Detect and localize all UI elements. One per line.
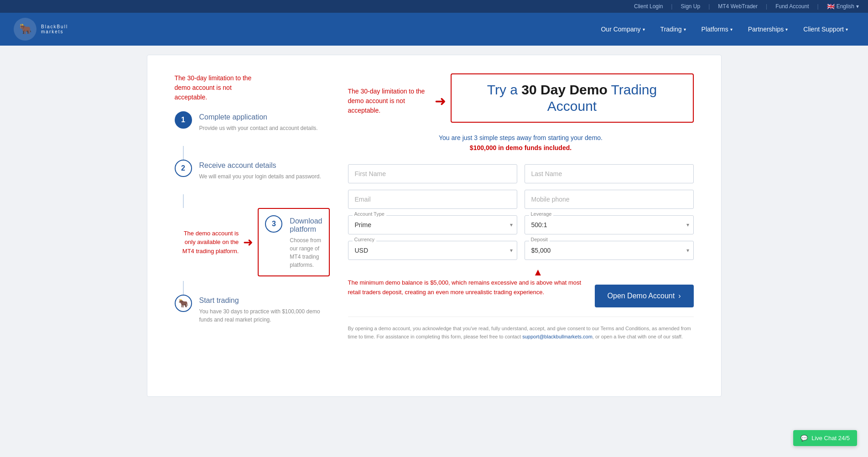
first-name-field xyxy=(348,164,517,183)
currency-field: Currency USD EUR GBP ▾ xyxy=(348,241,517,260)
step-line-3 xyxy=(183,281,184,295)
step-3-content: Download platform Choose from our range … xyxy=(290,215,322,269)
annotation-top: The 30-day limitation to the demo accoun… xyxy=(175,73,266,102)
demo-form: Account Type Prime Standard ECN ▾ Levera… xyxy=(348,164,694,341)
step-4-desc: You have 30 days to practice with $100,0… xyxy=(199,307,330,324)
step-1: 1 Complete application Provide us with y… xyxy=(175,111,330,132)
left-column: The 30-day limitation to the demo accoun… xyxy=(175,73,330,378)
account-type-wrapper: Account Type Prime Standard ECN ▾ xyxy=(348,215,517,234)
disclaimer: By opening a demo account, you acknowled… xyxy=(348,317,694,341)
chevron-down-icon: ▾ xyxy=(643,27,645,32)
mt4-annotation-text: The demo account is only available on th… xyxy=(175,229,239,256)
email-input[interactable] xyxy=(348,190,517,209)
form-title-bold: 30 Day Demo xyxy=(521,82,607,97)
leverage-wrapper: Leverage 500:1 200:1 100:1 ▾ xyxy=(525,215,694,234)
step-2-title: Receive account details xyxy=(199,161,321,170)
account-row: Account Type Prime Standard ECN ▾ Levera… xyxy=(348,215,694,234)
right-column: The 30-day limitation to the demo accoun… xyxy=(348,73,694,378)
step-2-number: 2 xyxy=(175,160,192,177)
form-top-annotation: The 30-day limitation to the demo accoun… xyxy=(348,87,430,115)
step-3-desc: Choose from our range of MT4 trading pla… xyxy=(290,236,322,269)
deposit-field: Deposit $5,000 $10,000 $50,000 $100,000 … xyxy=(525,241,694,260)
deposit-select[interactable]: $5,000 $10,000 $50,000 $100,000 xyxy=(525,241,694,260)
right-arrow-icon: ➜ xyxy=(243,235,253,249)
phone-field xyxy=(525,190,694,209)
chevron-down-icon: ▾ xyxy=(730,27,733,32)
step-4-icon: 🐂 xyxy=(175,295,192,312)
currency-wrapper: Currency USD EUR GBP ▾ xyxy=(348,241,517,260)
form-header: Try a 30 Day Demo Trading Account xyxy=(451,73,694,123)
language-label: English xyxy=(837,3,854,10)
last-name-field xyxy=(525,164,694,183)
name-row xyxy=(348,164,694,183)
bull-icon: 🐂 xyxy=(14,18,36,41)
step-1-content: Complete application Provide us with you… xyxy=(199,111,318,132)
up-arrow-icon: ▲ xyxy=(490,266,585,278)
step-4: 🐂 Start trading You have 30 days to prac… xyxy=(175,295,330,324)
live-chat-button[interactable]: 💬 Live Chat 24/5 xyxy=(793,430,857,446)
contact-row xyxy=(348,190,694,209)
nav-item-client-support[interactable]: Client Support ▾ xyxy=(797,22,854,36)
language-selector[interactable]: 🇬🇧 English ▾ xyxy=(827,3,859,10)
leverage-field: Leverage 500:1 200:1 100:1 ▾ xyxy=(525,215,694,234)
form-title: Try a 30 Day Demo Trading Account xyxy=(463,82,682,114)
right-arrow-icon-2: ➜ xyxy=(435,93,446,109)
step-line-2 xyxy=(183,194,184,208)
chevron-down-icon: ▾ xyxy=(785,27,788,32)
form-subtitle: You are just 3 simple steps away from st… xyxy=(348,133,694,153)
email-field xyxy=(348,190,517,209)
step-3-title: Download platform xyxy=(290,217,322,234)
step-2: 2 Receive account details We will email … xyxy=(175,160,330,181)
leverage-label: Leverage xyxy=(529,211,554,217)
open-demo-button-wrapper: Open Demo Account › xyxy=(595,266,694,307)
support-email-link[interactable]: support@blackbullmarkets.com xyxy=(522,334,593,339)
account-type-field: Account Type Prime Standard ECN ▾ xyxy=(348,215,517,234)
step-3-highlighted: 3 Download platform Choose from our rang… xyxy=(258,208,329,276)
step-2-content: Receive account details We will email yo… xyxy=(199,160,321,181)
logo[interactable]: 🐂 BlackBull markets xyxy=(14,18,68,41)
live-chat-label: Live Chat 24/5 xyxy=(811,435,850,441)
chat-icon: 💬 xyxy=(800,435,808,441)
step-3-number: 3 xyxy=(265,215,282,233)
nav-item-our-company[interactable]: Our Company ▾ xyxy=(594,22,651,36)
leverage-select[interactable]: 500:1 200:1 100:1 xyxy=(525,215,694,234)
deposit-label: Deposit xyxy=(529,237,550,242)
step-1-title: Complete application xyxy=(199,113,318,121)
logo-text: BlackBull markets xyxy=(41,24,68,34)
chevron-down-icon: ▾ xyxy=(846,27,848,32)
last-name-input[interactable] xyxy=(525,164,694,183)
phone-input[interactable] xyxy=(525,190,694,209)
nav-items: Our Company ▾ Trading ▾ Platforms ▾ Part… xyxy=(594,22,854,36)
top-bar: Client Login | Sign Up | MT4 WebTrader |… xyxy=(0,0,868,13)
client-login-link[interactable]: Client Login xyxy=(634,3,663,10)
deposit-annotation-area: ▲ The minimum demo balance is $5,000, wh… xyxy=(348,266,586,297)
main-navigation: 🐂 BlackBull markets Our Company ▾ Tradin… xyxy=(0,13,868,46)
step-1-number: 1 xyxy=(175,111,192,129)
chevron-down-icon: ▾ xyxy=(856,3,859,10)
step-4-title: Start trading xyxy=(199,296,330,305)
first-name-input[interactable] xyxy=(348,164,517,183)
steps-container: 1 Complete application Provide us with y… xyxy=(175,111,330,324)
account-type-label: Account Type xyxy=(353,211,386,217)
nav-item-platforms[interactable]: Platforms ▾ xyxy=(695,22,739,36)
open-demo-button[interactable]: Open Demo Account › xyxy=(595,285,694,307)
step-line-1 xyxy=(183,146,184,160)
step-1-desc: Provide us with your contact and account… xyxy=(199,124,318,132)
currency-deposit-row: Currency USD EUR GBP ▾ Deposit $5,000 xyxy=(348,241,694,260)
step-2-desc: We will email you your login details and… xyxy=(199,172,321,181)
step-4-content: Start trading You have 30 days to practi… xyxy=(199,295,330,324)
page-content: The 30-day limitation to the demo accoun… xyxy=(147,55,722,397)
chevron-down-icon: ▾ xyxy=(684,27,686,32)
chevron-right-icon: › xyxy=(678,292,681,300)
form-subtitle-highlight: $100,000 in demo funds included. xyxy=(470,144,572,151)
deposit-wrapper: Deposit $5,000 $10,000 $50,000 $100,000 … xyxy=(525,241,694,260)
fund-account-link[interactable]: Fund Account xyxy=(775,3,809,10)
nav-item-trading[interactable]: Trading ▾ xyxy=(654,22,692,36)
sign-up-link[interactable]: Sign Up xyxy=(681,3,700,10)
deposit-annotation-text: The minimum demo balance is $5,000, whic… xyxy=(348,278,586,297)
mt4-webtrader-link[interactable]: MT4 WebTrader xyxy=(718,3,758,10)
currency-select[interactable]: USD EUR GBP xyxy=(348,241,517,260)
account-type-select[interactable]: Prime Standard ECN xyxy=(348,215,517,234)
nav-item-partnerships[interactable]: Partnerships ▾ xyxy=(742,22,795,36)
flag-icon: 🇬🇧 xyxy=(827,3,835,10)
